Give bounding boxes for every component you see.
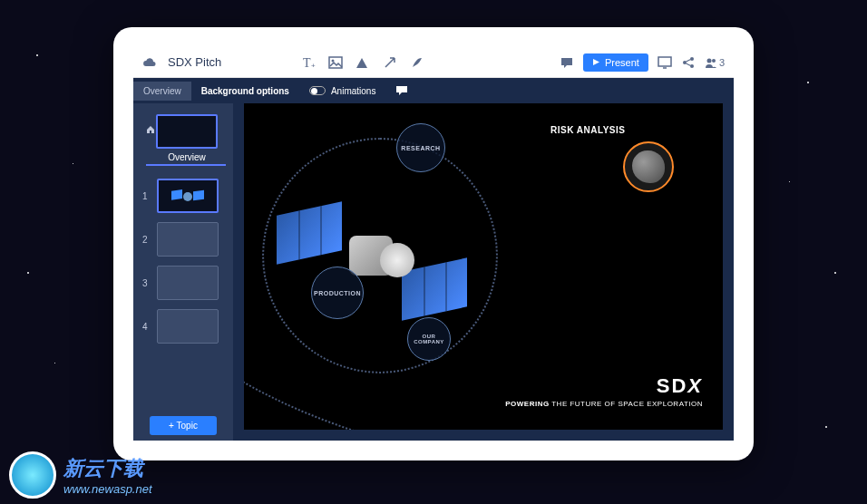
watermark-badge-icon bbox=[9, 451, 56, 499]
screen-icon[interactable] bbox=[658, 55, 672, 70]
sidebar: Overview 1 2 3 bbox=[133, 78, 233, 441]
watermark-title: 新云下载 bbox=[63, 455, 152, 482]
slide-number: 1 bbox=[142, 191, 150, 201]
home-icon bbox=[146, 125, 155, 136]
slide-thumbnail bbox=[157, 309, 219, 344]
slide-thumbnail bbox=[157, 266, 219, 300]
arrow-tool-icon[interactable] bbox=[383, 55, 397, 70]
node-research[interactable]: RESEARCH bbox=[396, 123, 445, 172]
comment-icon[interactable] bbox=[560, 55, 574, 70]
risk-analysis-label: RISK ANALYSIS bbox=[550, 125, 625, 135]
tab-animations[interactable]: Animations bbox=[299, 82, 385, 101]
brand-block: SDX POWERING THE FUTURE OF SPACE EXPLORA… bbox=[505, 374, 703, 408]
watermark-url: www.newasp.net bbox=[63, 482, 152, 496]
asteroid-graphic bbox=[632, 150, 665, 183]
document-title[interactable]: SDX Pitch bbox=[168, 55, 221, 69]
svg-text:T: T bbox=[303, 56, 311, 70]
slide-item[interactable]: 1 bbox=[142, 179, 224, 213]
node-production[interactable]: PRODUCTION bbox=[311, 267, 364, 319]
svg-rect-4 bbox=[658, 57, 671, 66]
watermark: 新云下载 www.newasp.net bbox=[9, 451, 152, 499]
overview-thumbnail bbox=[156, 114, 218, 149]
collaborators-count[interactable]: 3 bbox=[705, 57, 725, 68]
slide-item[interactable]: 4 bbox=[142, 309, 224, 344]
slide-item[interactable]: 2 bbox=[142, 222, 224, 257]
editor-tabs: Overview Background options Animations bbox=[133, 78, 734, 103]
feather-tool-icon[interactable] bbox=[410, 55, 424, 70]
tab-background-options[interactable]: Background options bbox=[191, 82, 299, 101]
add-topic-button[interactable]: + Topic bbox=[150, 416, 217, 435]
svg-rect-11 bbox=[193, 190, 204, 201]
node-risk-analysis[interactable] bbox=[623, 141, 674, 192]
svg-point-9 bbox=[712, 59, 716, 63]
satellite-dish bbox=[380, 243, 414, 277]
shape-tool-icon[interactable] bbox=[356, 55, 370, 70]
slide-thumbnail bbox=[157, 222, 219, 257]
brand-tagline: POWERING THE FUTURE OF SPACE EXPLORATION bbox=[505, 400, 703, 408]
main-area: Overview Background options Animations bbox=[133, 78, 734, 441]
slide-item[interactable]: 3 bbox=[142, 266, 224, 300]
slide-number: 4 bbox=[142, 322, 150, 332]
svg-point-7 bbox=[690, 64, 694, 68]
tab-overview[interactable]: Overview bbox=[133, 82, 191, 101]
slide-list: 1 2 3 4 bbox=[133, 173, 233, 411]
svg-rect-2 bbox=[329, 57, 342, 68]
overview-card[interactable]: Overview bbox=[142, 111, 224, 170]
svg-point-12 bbox=[183, 192, 192, 201]
tab-comments[interactable] bbox=[385, 81, 418, 101]
present-label: Present bbox=[605, 57, 639, 68]
presentation-app: SDX Pitch T+ Present 3 bbox=[133, 47, 734, 441]
svg-point-8 bbox=[706, 58, 711, 63]
presentation-canvas[interactable]: RESEARCH PRODUCTION OUR COMPANY RISK ANA… bbox=[244, 103, 723, 430]
cloud-icon bbox=[142, 55, 157, 70]
share-icon[interactable] bbox=[681, 55, 696, 70]
overview-label: Overview bbox=[168, 152, 206, 162]
topbar-tools: T+ bbox=[301, 55, 424, 70]
laptop-frame: SDX Pitch T+ Present 3 bbox=[113, 27, 754, 460]
svg-rect-10 bbox=[171, 189, 182, 200]
node-our-company[interactable]: OUR COMPANY bbox=[407, 317, 451, 361]
toggle-icon bbox=[309, 86, 326, 95]
svg-point-6 bbox=[690, 57, 694, 61]
slide-number: 3 bbox=[142, 278, 150, 288]
brand-logo: SDX bbox=[505, 374, 703, 398]
overview-underline bbox=[146, 164, 226, 166]
topbar: SDX Pitch T+ Present 3 bbox=[133, 47, 734, 78]
text-tool-icon[interactable]: T+ bbox=[301, 55, 316, 70]
image-tool-icon[interactable] bbox=[328, 55, 343, 70]
topbar-right: Present 3 bbox=[560, 53, 725, 72]
svg-text:+: + bbox=[311, 62, 316, 70]
slide-number: 2 bbox=[142, 235, 150, 245]
slide-thumbnail bbox=[157, 179, 219, 213]
present-button[interactable]: Present bbox=[583, 53, 648, 72]
